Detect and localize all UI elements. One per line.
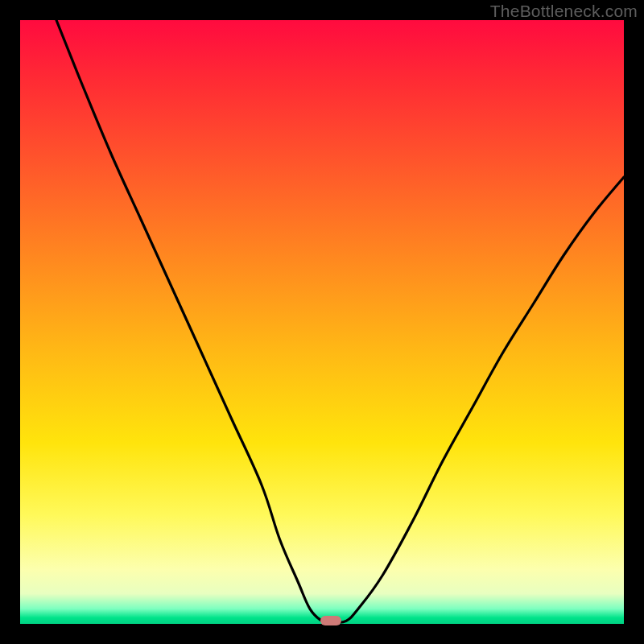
curve-path — [56, 20, 624, 622]
optimal-point-marker — [320, 616, 341, 625]
bottleneck-curve — [20, 20, 624, 624]
watermark-text: TheBottleneck.com — [490, 2, 638, 21]
plot-area — [20, 20, 624, 624]
chart-frame: TheBottleneck.com — [0, 0, 644, 644]
